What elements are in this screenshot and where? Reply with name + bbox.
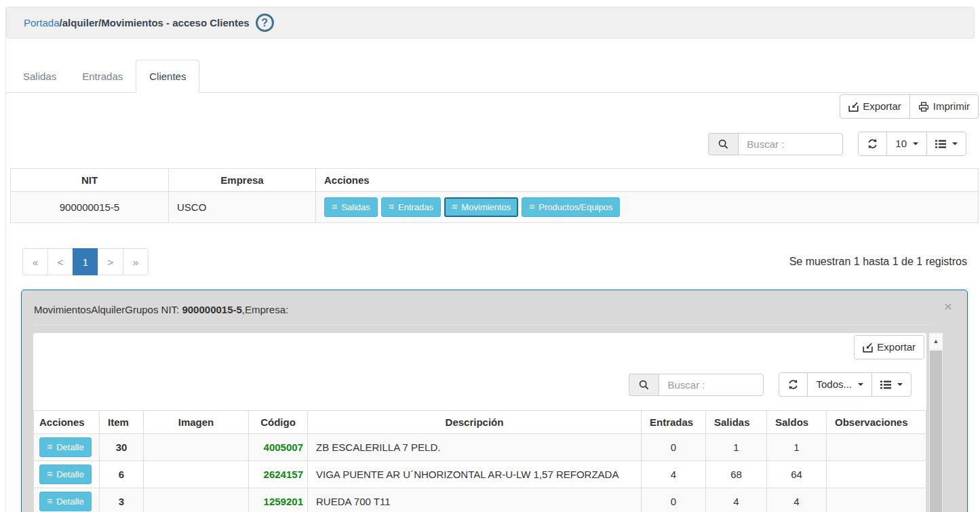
- cell-item: 3: [100, 488, 144, 512]
- cell-observaciones: [827, 461, 926, 488]
- col-header-saldos: Saldos: [767, 411, 827, 434]
- page-size-dropdown[interactable]: 10: [886, 132, 927, 156]
- cell-salidas: 68: [706, 461, 767, 488]
- help-icon[interactable]: ?: [256, 14, 274, 32]
- panel-title-nit: 900000015-5: [182, 304, 241, 315]
- panel-page-size-dropdown[interactable]: Todos...: [807, 372, 872, 397]
- table-row: ≡Detalle 30 4005007 ZB ESCALERILLA 7 PEL…: [34, 434, 926, 461]
- search-icon[interactable]: [708, 133, 738, 155]
- refresh-icon: [787, 379, 799, 390]
- hamburger-icon: ≡: [452, 203, 457, 212]
- clients-table: NIT Empresa Acciones 900000015-5 USCO ≡S…: [10, 168, 979, 223]
- action-movimientos-button[interactable]: ≡Movimientos: [444, 197, 518, 217]
- panel-table-controls: Todos...: [33, 372, 912, 397]
- refresh-button[interactable]: [858, 132, 887, 156]
- client-empresa: USCO: [169, 192, 316, 223]
- movements-panel: × MovimientosAlquilerGrupos NIT: 9000000…: [21, 290, 968, 512]
- col-header-imagen: Imagen: [144, 411, 249, 434]
- cell-entradas: 4: [642, 461, 706, 488]
- scrollbar-thumb[interactable]: [930, 351, 942, 512]
- cell-item: 30: [100, 434, 144, 461]
- columns-dropdown[interactable]: [926, 132, 966, 156]
- col-header-observaciones: Observaciones: [827, 411, 926, 434]
- action-entradas-button[interactable]: ≡Entradas: [381, 197, 441, 217]
- table-row: ≡Detalle 6 2624157 VIGA PUENTE AR U´NHOR…: [34, 461, 926, 488]
- print-button[interactable]: Imprimir: [909, 94, 979, 119]
- client-row: 900000015-5 USCO ≡Salidas ≡Entradas ≡Mov…: [11, 192, 979, 223]
- breadcrumb-path: /alquiler/Movimientos - acceso Clientes: [60, 17, 250, 28]
- panel-title: MovimientosAlquilerGrupos NIT: 900000015…: [34, 290, 933, 325]
- col-header-descripcion: Descripción: [308, 411, 642, 434]
- page-size-value: 10: [895, 137, 907, 151]
- hamburger-icon: ≡: [529, 203, 534, 212]
- cell-codigo: 4005007: [249, 434, 308, 461]
- caret-down-icon: [913, 142, 918, 145]
- search-icon[interactable]: [629, 374, 659, 396]
- cell-saldos: 4: [767, 488, 827, 512]
- cell-entradas: 0: [642, 488, 706, 512]
- detail-button-label: Detalle: [56, 496, 83, 507]
- page-prev-button[interactable]: <: [47, 248, 73, 275]
- page-last-button[interactable]: »: [123, 248, 149, 275]
- client-actions: ≡Salidas ≡Entradas ≡Movimientos ≡Product…: [324, 197, 970, 217]
- col-header-acciones: Acciones: [34, 411, 100, 434]
- cell-item: 6: [100, 461, 144, 488]
- cell-descripcion: RUEDA 700 T11: [308, 488, 642, 512]
- page-first-button[interactable]: «: [22, 248, 48, 275]
- scroll-up-icon[interactable]: ▲: [929, 333, 943, 349]
- detail-button[interactable]: ≡Detalle: [39, 492, 92, 511]
- pagination-row: « < 1 > » Se muestran 1 hasta 1 de 1 reg…: [22, 248, 967, 275]
- page-1-button[interactable]: 1: [73, 248, 98, 275]
- movements-table-wrap: Acciones Item Imagen Código Descripción …: [33, 410, 926, 512]
- panel-export-button-label: Exportar: [877, 340, 916, 354]
- action-productos-equipos-button[interactable]: ≡Productos/Equipos: [522, 197, 620, 217]
- panel-search-input[interactable]: [659, 374, 764, 396]
- refresh-icon: [867, 138, 878, 149]
- caret-down-icon: [952, 142, 958, 145]
- panel-columns-dropdown[interactable]: [871, 372, 912, 397]
- hamburger-icon: ≡: [47, 443, 52, 452]
- caret-down-icon: [858, 383, 863, 386]
- panel-refresh-button[interactable]: [779, 372, 808, 397]
- print-icon: [918, 102, 929, 112]
- detail-button-label: Detalle: [56, 469, 83, 480]
- clients-table-wrap: NIT Empresa Acciones 900000015-5 USCO ≡S…: [10, 168, 979, 223]
- detail-button[interactable]: ≡Detalle: [39, 437, 92, 457]
- cell-descripcion: ZB ESCALERILLA 7 PELD.: [308, 434, 642, 461]
- col-header-codigo: Código: [249, 411, 308, 434]
- page-left-border: [5, 7, 6, 512]
- cell-imagen: [144, 461, 249, 488]
- cell-codigo: 2624157: [249, 461, 308, 488]
- tab-clientes[interactable]: Clientes: [136, 60, 199, 93]
- action-salidas-button[interactable]: ≡Salidas: [324, 197, 378, 217]
- panel-page-size-value: Todos...: [816, 378, 852, 391]
- movements-table-body: ≡Detalle 30 4005007 ZB ESCALERILLA 7 PEL…: [34, 434, 926, 512]
- pagination: « < 1 > »: [22, 248, 149, 275]
- movements-table: Acciones Item Imagen Código Descripción …: [33, 410, 926, 512]
- col-header-item: Item: [100, 411, 144, 434]
- export-icon: [848, 102, 859, 112]
- panel-export-button[interactable]: Exportar: [854, 335, 924, 359]
- detail-button[interactable]: ≡Detalle: [39, 465, 92, 484]
- cell-entradas: 0: [642, 434, 706, 461]
- main-toolbar: Exportar Imprimir: [0, 94, 979, 119]
- detail-button-label: Detalle: [56, 441, 83, 453]
- table-controls: 10: [0, 132, 966, 156]
- page-next-button[interactable]: >: [98, 248, 123, 275]
- breadcrumb-home-link[interactable]: Portada: [24, 17, 60, 28]
- cell-imagen: [144, 434, 249, 461]
- close-icon[interactable]: ×: [944, 300, 952, 313]
- search-input[interactable]: [738, 133, 843, 155]
- export-icon: [863, 342, 873, 353]
- breadcrumb-bar: Portada/alquiler/Movimientos - acceso Cl…: [6, 7, 975, 39]
- records-info: Se muestran 1 hasta 1 de 1 registros: [789, 256, 967, 268]
- vertical-scrollbar[interactable]: ▲: [929, 333, 943, 512]
- col-header-salidas: Salidas: [706, 411, 767, 434]
- tab-entradas[interactable]: Entradas: [69, 60, 136, 92]
- tab-bar: Salidas Entradas Clientes: [6, 60, 979, 93]
- hamburger-icon: ≡: [47, 470, 52, 479]
- cell-salidas: 1: [706, 434, 767, 461]
- cell-descripcion: VIGA PUENTE AR U´NHORIZONTAL AR-U-LW 1,5…: [308, 461, 642, 488]
- tab-salidas[interactable]: Salidas: [10, 60, 69, 92]
- export-button[interactable]: Exportar: [840, 94, 910, 119]
